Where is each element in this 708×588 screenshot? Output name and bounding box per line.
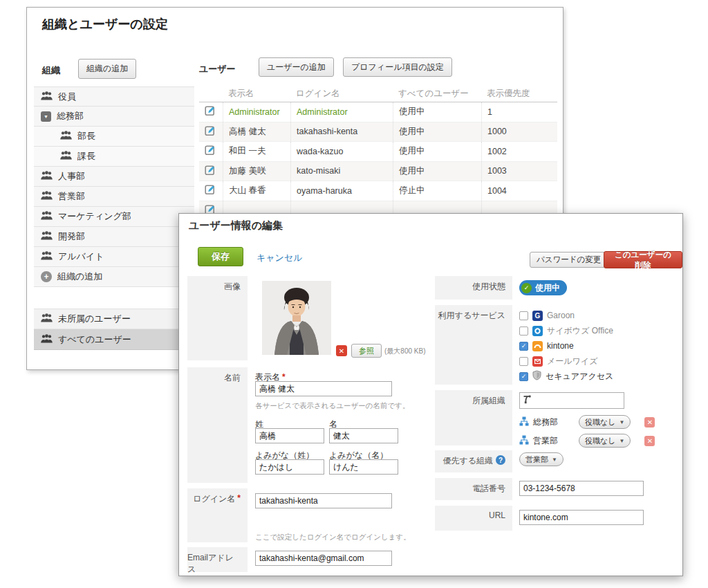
phone-row-label: 電話番号 xyxy=(435,478,512,500)
cell-status: 使用中 xyxy=(393,102,481,122)
col-all-users: すべてのユーザー xyxy=(393,86,481,102)
tree-item-yakuin[interactable]: 役員 xyxy=(34,86,194,107)
display-name-input[interactable] xyxy=(255,381,392,396)
office-checkbox[interactable] xyxy=(519,327,528,336)
cell-login-name: takahashi-kenta xyxy=(290,122,393,142)
edit-user-icon[interactable] xyxy=(205,184,216,197)
dialog-title: ユーザー情報の編集 xyxy=(189,219,283,232)
remove-org-button[interactable]: ✕ xyxy=(644,436,655,446)
role-dropdown[interactable]: 役職なし▼ xyxy=(579,434,631,448)
save-button[interactable]: 保存 xyxy=(198,247,243,266)
email-input[interactable] xyxy=(255,551,392,566)
service-row-office: サイボウズ Office xyxy=(519,324,613,337)
org-search-input[interactable] xyxy=(534,394,624,407)
chevron-down-icon: ▼ xyxy=(620,438,625,444)
cell-display-name[interactable]: Administrator xyxy=(223,102,290,122)
people-icon xyxy=(41,251,53,262)
service-label: サイボウズ Office xyxy=(547,325,613,337)
edit-user-icon[interactable] xyxy=(205,165,216,178)
tree-item-add-org[interactable]: + 組織の追加 xyxy=(34,267,194,287)
kana-givenname-input[interactable] xyxy=(329,459,398,475)
role-dropdown[interactable]: 役職なし▼ xyxy=(579,415,631,429)
delete-user-button[interactable]: このユーザーの削除 xyxy=(604,251,682,268)
cell-priority: 1002 xyxy=(481,142,557,161)
garoon-checkbox[interactable] xyxy=(519,311,528,320)
table-row: 加藤 美咲 kato-misaki 使用中 1003 xyxy=(199,162,557,182)
service-label: メールワイズ xyxy=(547,356,597,367)
org-picker-icon[interactable] xyxy=(520,394,534,407)
tree-item-unassigned-users[interactable]: 未所属のユーザー xyxy=(34,309,194,329)
tree-item-eigyoubu[interactable]: 営業部 xyxy=(34,187,194,207)
givenname-input[interactable] xyxy=(329,428,398,443)
tree-item-label: 人事部 xyxy=(58,170,85,183)
cell-login-name: Administrator xyxy=(290,102,393,122)
priority-org-dropdown[interactable]: 営業部▼ xyxy=(519,452,563,466)
required-asterisk: * xyxy=(237,493,241,542)
collapse-toggle-icon[interactable]: ▼ xyxy=(41,111,51,122)
add-org-button[interactable]: 組織の追加 xyxy=(78,59,136,79)
people-icon xyxy=(41,91,53,102)
users-table: 表示名 ログイン名 すべてのユーザー 表示優先度 Administrator A… xyxy=(199,86,557,221)
plus-icon: + xyxy=(41,271,52,282)
tree-item-label: 部長 xyxy=(77,130,95,143)
add-user-button[interactable]: ユーザーの追加 xyxy=(259,57,334,77)
cell-priority: 1 xyxy=(481,102,557,122)
change-password-button[interactable]: パスワードの変更 xyxy=(530,252,608,268)
cell-display-name[interactable]: 加藤 美咲 xyxy=(223,162,290,181)
tree-item-arbeit[interactable]: アルバイト xyxy=(34,247,194,267)
edit-user-icon[interactable] xyxy=(205,145,216,158)
cancel-link[interactable]: キャンセル xyxy=(257,252,303,264)
people-icon xyxy=(41,334,53,345)
surname-input[interactable] xyxy=(255,428,324,443)
table-row: 高橋 健太 takahashi-kenta 使用中 1000 xyxy=(199,122,557,143)
tree-item-jinjibu[interactable]: 人事部 xyxy=(34,167,194,187)
org-section-label: 組織 xyxy=(42,64,60,77)
tree-item-soumubu[interactable]: ▼ 総務部 xyxy=(34,107,194,127)
kintone-checkbox[interactable]: ✓ xyxy=(519,342,528,351)
org-membership-row: 営業部 役職なし▼ ✕ xyxy=(519,433,655,448)
cell-display-name[interactable]: 大山 春香 xyxy=(223,181,290,201)
org-tree-footer: 未所属のユーザー すべてのユーザー xyxy=(34,309,194,350)
org-row-label: 所属組織 xyxy=(435,390,512,445)
tree-item-kachou[interactable]: 課長 xyxy=(34,147,194,167)
cybozu-office-icon xyxy=(532,326,543,336)
org-name: 総務部 xyxy=(533,416,575,428)
shield-icon xyxy=(532,370,541,383)
tree-item-kaihatsubu[interactable]: 開発部 xyxy=(34,227,194,247)
remove-photo-button[interactable]: ✕ xyxy=(336,345,347,356)
people-icon xyxy=(41,171,53,182)
kana-surname-input[interactable] xyxy=(255,459,324,475)
tree-item-all-users[interactable]: すべてのユーザー xyxy=(34,329,194,350)
profile-items-button[interactable]: プロフィール項目の設定 xyxy=(343,57,452,77)
remove-org-button[interactable]: ✕ xyxy=(644,417,655,428)
chevron-down-icon: ▼ xyxy=(620,419,625,425)
org-tree: 役員 ▼ 総務部 部長 課長 人事部 営業部 マーケティング部 開発部 xyxy=(34,86,194,287)
table-row: 大山 春香 oyama-haruka 停止中 1004 xyxy=(199,181,557,201)
org-chart-icon xyxy=(519,435,529,447)
name-row-label: 名前 xyxy=(187,367,248,483)
help-icon[interactable]: ? xyxy=(496,455,505,465)
mailwise-checkbox[interactable] xyxy=(519,357,528,366)
edit-user-icon[interactable] xyxy=(205,105,216,118)
login-name-input[interactable] xyxy=(255,493,392,508)
col-priority: 表示優先度 xyxy=(481,86,557,102)
secure-access-checkbox[interactable]: ✓ xyxy=(519,372,528,381)
cell-display-name[interactable]: 和田 一夫 xyxy=(223,142,290,161)
cell-login-name: kato-misaki xyxy=(290,162,393,181)
tree-item-buchou[interactable]: 部長 xyxy=(34,127,194,147)
url-input[interactable] xyxy=(519,510,644,525)
tree-item-marketing[interactable]: マーケティング部 xyxy=(34,207,194,227)
cell-login-name: oyama-haruka xyxy=(290,181,393,201)
kintone-icon xyxy=(532,341,543,351)
status-row-label: 使用状態 xyxy=(435,276,512,300)
tree-item-label: 役員 xyxy=(58,91,76,103)
edit-user-icon[interactable] xyxy=(205,125,216,138)
table-row: 和田 一夫 wada-kazuo 使用中 1002 xyxy=(199,142,557,162)
phone-input[interactable] xyxy=(519,481,644,496)
tree-item-label: 営業部 xyxy=(58,190,85,203)
cell-display-name[interactable]: 高橋 健太 xyxy=(223,122,290,142)
display-name-help: 各サービスで表示されるユーザーの名前です。 xyxy=(255,401,409,411)
browse-photo-button[interactable]: 参照 xyxy=(351,344,382,358)
cell-login-name: wada-kazuo xyxy=(290,142,393,161)
cell-status: 使用中 xyxy=(393,122,481,142)
